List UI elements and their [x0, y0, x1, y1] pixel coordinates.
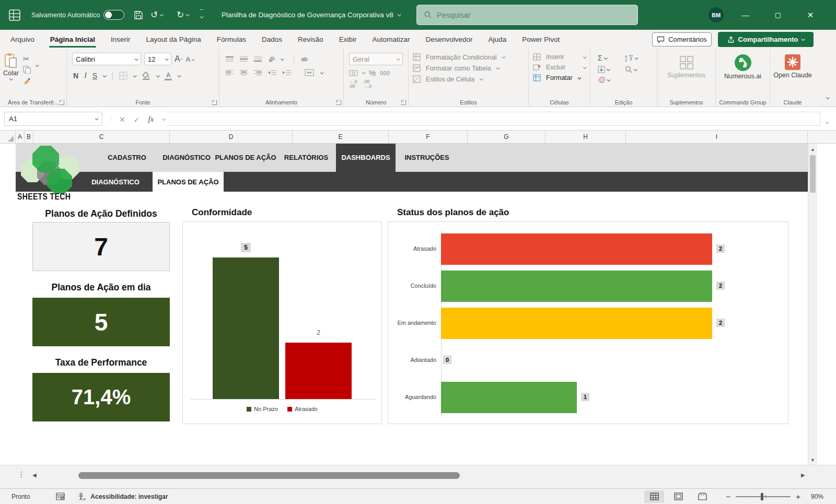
redo-button[interactable]: ↻ [177, 0, 189, 30]
borders-dropdown[interactable] [133, 74, 137, 77]
font-dialog-launcher[interactable] [212, 100, 217, 105]
copy-dropdown[interactable] [36, 63, 39, 67]
formula-input[interactable] [166, 112, 820, 126]
zoom-slider-thumb[interactable] [761, 493, 763, 500]
horizontal-scroll-thumb[interactable] [78, 472, 460, 479]
decrease-font-icon[interactable]: A [185, 55, 194, 63]
tab-pagina-inicial[interactable]: Página Inicial [50, 30, 95, 49]
align-middle-icon[interactable] [240, 56, 248, 62]
nav-planos-de-acao[interactable]: PLANOS DE AÇÃO [214, 144, 277, 172]
avatar[interactable]: BM [709, 7, 724, 22]
fx-dropdown[interactable] [162, 117, 166, 121]
conditional-formatting-button[interactable]: Formatação Condicional [409, 52, 528, 63]
nav-cadastro[interactable]: CADASTRO [96, 144, 158, 172]
tab-automatizar[interactable]: Automatizar [373, 30, 410, 49]
column-header-G[interactable]: G [468, 131, 545, 143]
orientation-icon[interactable]: ab [267, 55, 276, 64]
confirm-entry-icon[interactable]: ✓ [134, 115, 140, 124]
align-top-icon[interactable] [226, 56, 234, 62]
conformidade-chart[interactable]: 52 No PrazoAtrasado [182, 221, 382, 424]
document-title[interactable]: Planilha de Diagnóstico de Governança Co… [222, 0, 400, 30]
column-header-C[interactable]: C [33, 131, 170, 143]
decrease-decimal-icon[interactable]: ,00→,0 [364, 79, 372, 89]
open-claude-button[interactable]: Open Claude [770, 54, 815, 79]
column-header-I[interactable]: I [626, 131, 808, 143]
fill-button[interactable] [598, 66, 623, 73]
select-all-corner[interactable] [0, 131, 16, 143]
increase-decimal-icon[interactable]: ←,0,00 [349, 79, 357, 89]
zoom-out-button[interactable]: − [726, 492, 730, 501]
quick-access-menu-icon[interactable] [200, 0, 203, 30]
font-color-icon[interactable]: A [165, 72, 172, 80]
column-header-H[interactable]: H [545, 131, 626, 143]
align-bottom-icon[interactable] [254, 56, 262, 62]
insert-function-icon[interactable]: fx [148, 115, 154, 124]
zoom-slider[interactable] [736, 496, 791, 497]
fill-color-icon[interactable] [142, 72, 150, 80]
excel-app-icon[interactable] [8, 0, 21, 30]
search-input[interactable] [437, 11, 630, 19]
expand-formula-bar-icon[interactable] [826, 116, 828, 126]
nav-diagnostico[interactable]: DIAGNÓSTICO [155, 144, 218, 172]
numerous-button[interactable]: Numerous.ai [716, 54, 770, 80]
fill-color-dropdown[interactable] [156, 74, 160, 77]
decrease-indent-icon[interactable] [268, 70, 276, 75]
number-dialog-launcher[interactable] [401, 100, 406, 105]
minimize-button[interactable]: — [734, 0, 758, 30]
merge-dropdown[interactable] [320, 71, 324, 74]
vertical-scrollbar[interactable]: ▲ ▼ [808, 144, 817, 465]
autosave-toggle[interactable] [103, 0, 124, 30]
column-header-B[interactable]: B [25, 131, 33, 143]
find-select-button[interactable] [625, 66, 650, 73]
comma-style-icon[interactable]: 000 [380, 70, 390, 76]
status-chart[interactable]: Atrasado2Concluído2Em andamento2Adiantad… [388, 221, 788, 424]
sort-filter-button[interactable]: AZ [625, 54, 650, 62]
addins-button[interactable]: Suplementos [657, 55, 715, 79]
tab-exibir[interactable]: Exibir [339, 30, 357, 49]
normal-view-button[interactable] [644, 490, 664, 503]
zoom-in-button[interactable]: + [796, 492, 800, 501]
scroll-down-icon[interactable]: ▼ [810, 458, 815, 463]
copy-icon[interactable] [23, 66, 31, 74]
underline-button[interactable]: S [92, 72, 97, 80]
share-button[interactable]: Compartilhamento [718, 32, 814, 47]
sheet-tabs-menu-icon[interactable]: ⋮ [18, 470, 26, 478]
align-right-icon[interactable] [254, 70, 262, 75]
tab-arquivo[interactable]: Arquivo [10, 30, 34, 49]
macro-record-icon[interactable] [56, 493, 65, 500]
percent-style-icon[interactable]: % [369, 68, 376, 77]
format-painter-icon[interactable] [23, 77, 31, 85]
number-format-combo[interactable]: Geral [349, 53, 403, 65]
cut-icon[interactable]: ✂ [23, 55, 31, 63]
tab-desenvolvedor[interactable]: Desenvolvedor [426, 30, 473, 49]
paste-button[interactable]: Colar [3, 53, 19, 85]
increase-font-icon[interactable]: A^ [175, 54, 182, 64]
tab-revisao[interactable]: Revisão [298, 30, 323, 49]
nav-relatorios[interactable]: RELATÓRIOS [275, 144, 338, 172]
page-break-view-button[interactable] [692, 490, 712, 503]
orientation-dropdown[interactable] [281, 57, 284, 61]
align-left-icon[interactable] [226, 70, 234, 75]
accounting-format-icon[interactable] [349, 70, 358, 76]
nav-instrucoes[interactable]: INSTRUÇÕES [396, 144, 458, 172]
alignment-dialog-launcher[interactable] [336, 100, 341, 105]
increase-indent-icon[interactable] [283, 70, 291, 75]
comments-button[interactable]: Comentários [652, 32, 712, 46]
maximize-button[interactable]: ▢ [766, 0, 790, 30]
tab-dados[interactable]: Dados [262, 30, 282, 49]
bold-button[interactable]: N [73, 72, 78, 80]
tab-formulas[interactable]: Fórmulas [217, 30, 246, 49]
page-layout-view-button[interactable] [668, 490, 688, 503]
cancel-entry-icon[interactable]: ✕ [119, 115, 125, 124]
collapse-ribbon-icon[interactable] [826, 92, 829, 101]
name-box[interactable]: A1 [4, 112, 102, 126]
subnav-diagnostico[interactable]: DIAGNÓSTICO [84, 172, 147, 192]
column-header-A[interactable]: A [16, 131, 25, 143]
vertical-scroll-thumb[interactable] [810, 155, 816, 193]
font-name-combo[interactable]: Calibri [72, 53, 141, 65]
wrap-text-icon[interactable]: ab [301, 56, 307, 62]
delete-cells-button[interactable]: Excluir [529, 62, 590, 73]
tab-inserir[interactable]: Inserir [111, 30, 131, 49]
italic-button[interactable]: I [84, 72, 87, 80]
accessibility-status[interactable]: Acessibilidade: investigar [77, 493, 168, 501]
